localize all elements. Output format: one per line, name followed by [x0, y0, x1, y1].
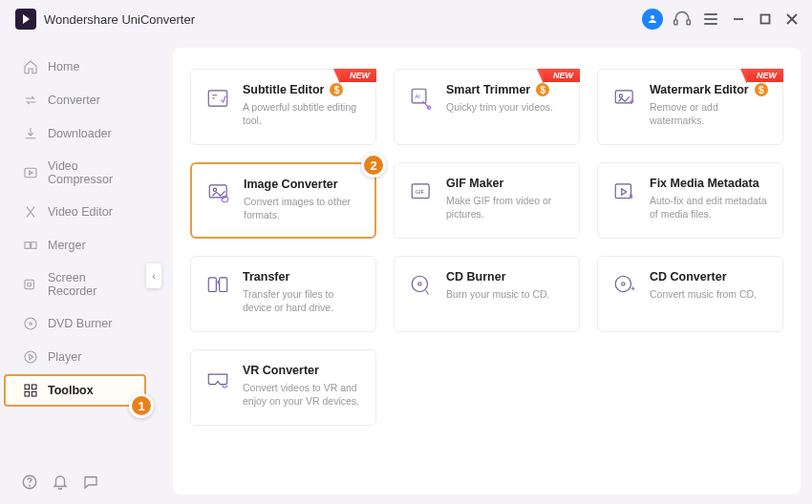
svg-rect-2 — [687, 20, 690, 25]
card-title: CD Converter — [650, 270, 727, 284]
merger-icon — [23, 238, 38, 253]
card-desc: Quicky trim your videos. — [446, 100, 567, 114]
sidebar-item-toolbox[interactable]: Toolbox 1 — [4, 374, 146, 407]
sidebar-item-compressor[interactable]: Video Compressor — [4, 151, 146, 195]
card-title: Fix Media Metadata — [650, 177, 759, 190]
sidebar-item-merger[interactable]: Merger — [4, 229, 146, 262]
image-convert-icon — [205, 179, 232, 206]
svg-rect-15 — [25, 385, 30, 389]
card-desc: Convert videos to VR and enjoy on your V… — [243, 381, 364, 408]
card-vr-converter[interactable]: VR Converter Convert videos to VR and en… — [190, 349, 376, 426]
collapse-sidebar-button[interactable]: ‹ — [146, 263, 161, 288]
card-smart-trimmer[interactable]: NEW AI Smart Trimmer$ Quicky trim your v… — [394, 69, 580, 145]
svg-rect-1 — [674, 20, 677, 25]
vr-icon — [204, 366, 231, 392]
annotation-step-1: 1 — [129, 393, 154, 418]
card-desc: Remove or add watermarks. — [650, 100, 771, 127]
dvd-icon — [23, 316, 38, 331]
sidebar-item-downloader[interactable]: Downloader — [4, 117, 146, 150]
svg-point-34 — [412, 276, 427, 291]
sidebar-item-label: Video Editor — [48, 205, 113, 219]
svg-rect-10 — [25, 280, 33, 288]
svg-point-28 — [213, 188, 216, 191]
sidebar-item-recorder[interactable]: Screen Recorder — [4, 262, 146, 306]
headset-icon[interactable] — [673, 10, 692, 29]
card-desc: Convert images to other formats. — [244, 195, 363, 221]
metadata-icon — [611, 178, 638, 205]
card-title: VR Converter — [243, 364, 319, 377]
downloader-icon — [23, 126, 38, 141]
editor-icon — [23, 204, 38, 220]
card-cd-converter[interactable]: CD Converter Convert music from CD. — [597, 256, 783, 332]
cdburn-icon — [408, 272, 435, 299]
card-desc: Auto-fix and edit metadata of media file… — [650, 194, 771, 220]
svg-point-0 — [651, 15, 654, 19]
card-subtitle-editor[interactable]: NEW Subtitle Editor$ A powerful subtitle… — [190, 69, 376, 145]
svg-rect-9 — [32, 242, 36, 249]
sidebar-item-dvd[interactable]: DVD Burner — [4, 307, 146, 340]
minimize-button[interactable] — [730, 10, 747, 28]
card-title: Subtitle Editor — [243, 83, 324, 96]
card-watermark-editor[interactable]: NEW Watermark Editor$ Remove or add wate… — [597, 69, 783, 145]
svg-rect-31 — [615, 184, 630, 199]
svg-point-14 — [25, 351, 36, 363]
sidebar-item-label: Converter — [48, 94, 100, 107]
player-icon — [23, 349, 38, 365]
transfer-icon — [204, 272, 231, 299]
svg-point-35 — [418, 283, 421, 285]
tool-grid: NEW Subtitle Editor$ A powerful subtitle… — [190, 69, 783, 426]
card-transfer[interactable]: Transfer Transfer your files to device o… — [190, 256, 376, 332]
toolbox-panel: NEW Subtitle Editor$ A powerful subtitle… — [173, 48, 801, 494]
dollar-badge: $ — [330, 83, 343, 96]
card-cd-burner[interactable]: CD Burner Burn your music to CD. — [394, 256, 580, 332]
titlebar: Wondershare UniConverter — [0, 0, 812, 38]
svg-rect-18 — [32, 391, 36, 396]
annotation-step-2: 2 — [361, 153, 386, 178]
app-title: Wondershare UniConverter — [44, 12, 195, 27]
card-title: Image Converter — [244, 178, 338, 191]
content: NEW Subtitle Editor$ A powerful subtitle… — [152, 38, 812, 504]
sidebar: Home Converter Downloader Video Compress… — [0, 38, 152, 504]
svg-text:GIF: GIF — [416, 189, 425, 195]
svg-rect-16 — [32, 385, 36, 389]
app-logo-icon — [15, 9, 36, 30]
sidebar-item-converter[interactable]: Converter — [4, 84, 146, 116]
menu-icon[interactable] — [701, 10, 720, 29]
card-title: Transfer — [243, 270, 289, 284]
card-gif-maker[interactable]: GIF GIF Maker Make GIF from video or pic… — [394, 162, 580, 239]
sidebar-item-player[interactable]: Player — [4, 341, 146, 373]
card-desc: Convert music from CD. — [650, 287, 771, 301]
svg-point-37 — [622, 283, 625, 285]
card-desc: A powerful subtitle editing tool. — [243, 100, 364, 127]
sidebar-item-label: Merger — [48, 239, 86, 252]
new-badge: NEW — [340, 69, 376, 82]
card-title: GIF Maker — [446, 177, 503, 190]
dollar-badge: $ — [755, 83, 768, 96]
card-image-converter[interactable]: 2 Image Converter Convert images to othe… — [190, 162, 376, 239]
card-desc: Make GIF from video or pictures. — [446, 194, 567, 220]
help-icon[interactable] — [21, 473, 38, 491]
card-fix-metadata[interactable]: Fix Media Metadata Auto-fix and edit met… — [597, 162, 783, 239]
subtitle-icon — [204, 85, 231, 112]
sidebar-item-home[interactable]: Home — [4, 51, 146, 83]
svg-rect-4 — [761, 15, 770, 24]
svg-point-13 — [30, 323, 32, 326]
card-title: Watermark Editor — [650, 83, 749, 96]
home-icon — [23, 59, 38, 74]
maximize-button[interactable] — [757, 10, 774, 28]
recorder-icon — [23, 277, 38, 292]
close-button[interactable] — [783, 10, 801, 28]
sidebar-item-editor[interactable]: Video Editor — [4, 196, 146, 228]
new-badge: NEW — [544, 69, 580, 82]
bell-icon[interactable] — [52, 473, 69, 491]
svg-point-11 — [28, 283, 32, 286]
chat-icon[interactable] — [82, 473, 99, 491]
svg-point-26 — [619, 94, 622, 97]
card-desc: Transfer your files to device or hard dr… — [243, 287, 364, 314]
svg-point-36 — [615, 276, 630, 291]
gif-icon: GIF — [408, 178, 435, 205]
svg-point-20 — [30, 485, 31, 486]
avatar-icon[interactable] — [642, 9, 663, 30]
sidebar-item-label: Home — [48, 60, 79, 74]
svg-rect-17 — [25, 391, 30, 396]
